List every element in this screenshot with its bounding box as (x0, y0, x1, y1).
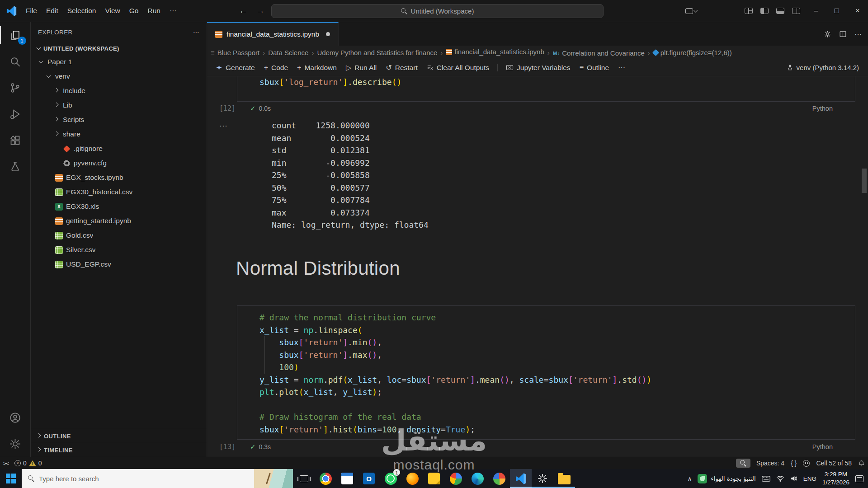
tree-item-paper-1[interactable]: Paper 1 (31, 55, 207, 69)
code-line[interactable] (259, 399, 855, 411)
taskbar-google-app[interactable] (445, 469, 467, 488)
taskbar-settings[interactable] (532, 469, 553, 488)
tree-item-egx30-xls[interactable]: XEGX30.xls (31, 199, 207, 214)
toggle-secondary-sidebar-icon[interactable] (792, 8, 800, 14)
tree-item-lib[interactable]: Lib (31, 98, 207, 113)
taskbar-edge[interactable] (467, 469, 488, 488)
editor-more-icon[interactable]: ⋯ (854, 30, 862, 38)
activity-extensions[interactable] (0, 127, 31, 153)
cell-code-editor[interactable]: # draw the normal distribution curvex_li… (237, 306, 855, 436)
menu-edit[interactable]: Edit (42, 5, 63, 17)
command-center-search[interactable]: Untitled (Workspace) (271, 4, 604, 18)
breadcrumb-item-0[interactable]: Blue Passport (217, 49, 259, 56)
settings-gear-icon[interactable] (0, 431, 31, 457)
tree-item-venv[interactable]: venv (31, 69, 207, 84)
code-line[interactable]: sbux['return'].max(), (259, 349, 855, 361)
tree-item-share[interactable]: share (31, 127, 207, 141)
toggle-panel-icon[interactable] (776, 8, 784, 14)
output-menu-icon[interactable]: ⋯ (219, 121, 227, 131)
outline-button[interactable]: ≡ Outline (576, 62, 613, 74)
activity-explorer[interactable]: 1 (0, 22, 31, 48)
clear-all-outputs-button[interactable]: Clear All Outputs (423, 62, 493, 74)
tree-item-silver-csv[interactable]: Silver.csv (31, 243, 207, 257)
code-line[interactable]: # draw the normal distribution curve (259, 311, 855, 324)
task-view-button[interactable] (293, 469, 315, 488)
taskbar-calendar[interactable] (336, 469, 358, 488)
taskbar-vscode[interactable] (510, 469, 532, 488)
copilot-status[interactable] (800, 457, 813, 469)
breadcrumb-item-1[interactable]: Data Science (268, 49, 308, 56)
activity-run-debug[interactable] (0, 101, 31, 127)
breadcrumb-list-icon[interactable]: ≡ (211, 49, 215, 56)
add-code-cell-button[interactable]: + Code (260, 62, 292, 74)
taskbar-file-explorer[interactable] (553, 469, 575, 488)
taskbar-outlook[interactable]: O (358, 469, 380, 488)
zoom-indicator[interactable] (736, 459, 750, 468)
cell-language-picker[interactable]: Python (812, 105, 833, 112)
search-highlight-image[interactable] (254, 469, 293, 488)
tree-item-include[interactable]: Include (31, 84, 207, 98)
code-line[interactable]: sbux['return'].min(), (259, 336, 855, 349)
timeline-section-header[interactable]: TIMELINE (31, 443, 207, 457)
workspace-root-row[interactable]: UNTITLED (WORKSPACE) (31, 42, 207, 55)
modified-dot-icon[interactable] (326, 32, 330, 36)
code-line[interactable]: 100) (259, 361, 855, 374)
start-button[interactable] (0, 469, 22, 488)
jupyter-variables-button[interactable]: Jupyter Variables (502, 62, 575, 74)
activity-search[interactable] (0, 48, 31, 75)
tree-item--gitignore[interactable]: .gitignore (31, 141, 207, 156)
close-button[interactable]: × (847, 0, 868, 22)
menu-go[interactable]: Go (125, 5, 143, 17)
touch-keyboard-icon[interactable] (762, 476, 770, 482)
taskbar-search[interactable]: Type here to search (22, 469, 293, 488)
tree-item-gold-csv[interactable]: Gold.csv (31, 228, 207, 243)
account-icon[interactable] (0, 404, 31, 431)
taskbar-firefox[interactable] (401, 469, 423, 488)
code-cell-13[interactable]: # draw the normal distribution curvex_li… (237, 305, 855, 440)
activity-testing[interactable] (0, 153, 31, 179)
indentation-indicator[interactable]: Spaces: 4 (753, 457, 788, 469)
maximize-button[interactable]: □ (826, 0, 847, 22)
cell-position-indicator[interactable]: Cell 52 of 58 (813, 457, 855, 469)
split-editor-icon[interactable] (839, 30, 847, 38)
editor-scrollbar[interactable] (862, 169, 867, 193)
add-markdown-cell-button[interactable]: + Markdown (293, 62, 341, 74)
language-indicator[interactable]: ENG (803, 475, 816, 482)
volume-icon[interactable] (790, 475, 797, 482)
outline-section-header[interactable]: OUTLINE (31, 429, 207, 443)
breadcrumb-item-3[interactable]: financial_data_statistics.ipynb (446, 48, 544, 56)
customize-layout-icon[interactable] (745, 8, 753, 14)
menu-more-button[interactable]: ⋯ (165, 5, 181, 17)
code-line[interactable]: y_list = norm.pdf(x_list, loc=sbux['retu… (259, 374, 855, 386)
activity-source-control[interactable] (0, 75, 31, 101)
tree-item-scripts[interactable]: Scripts (31, 113, 207, 127)
restart-kernel-button[interactable]: ↺ Restart (382, 62, 421, 74)
minimize-button[interactable]: – (806, 0, 826, 22)
tree-item-egx30-historical-csv[interactable]: EGX30_historical.csv (31, 185, 207, 199)
cell-language-picker[interactable]: Python (812, 443, 833, 450)
generate-button[interactable]: Generate (212, 62, 259, 74)
taskbar-clock[interactable]: 3:29 PM 1/27/2026 (822, 470, 849, 486)
tree-item-pyvenv-cfg[interactable]: pyvenv.cfg (31, 156, 207, 170)
notifications-bell[interactable] (855, 457, 868, 469)
run-all-button[interactable]: ▷ Run All (342, 62, 381, 74)
wifi-icon[interactable] (776, 475, 784, 482)
problems-indicator[interactable]: × 0 0 (11, 457, 45, 469)
breadcrumb-item-5[interactable]: plt.figure(figsize=(12,6)) (653, 49, 732, 56)
code-line[interactable]: plt.plot(x_list, y_list); (259, 386, 855, 399)
taskbar-photos[interactable] (488, 469, 510, 488)
breadcrumb-item-4[interactable]: M↓Correlation and Covariance (553, 49, 645, 57)
news-widget[interactable]: التنبؤ بجودة الهواء (698, 474, 755, 483)
menu-file[interactable]: File (21, 5, 42, 17)
tree-item-egx-stocks-ipynb[interactable]: EGX_stocks.ipynb (31, 170, 207, 185)
action-center-icon[interactable] (855, 475, 863, 482)
code-line[interactable]: # Draw histogram of the real data (259, 411, 855, 423)
forward-button[interactable]: → (253, 6, 268, 16)
taskbar-sticky-notes[interactable] (423, 469, 445, 488)
kernel-picker[interactable]: venv (Python 3.14.2) (787, 64, 859, 71)
menu-view[interactable]: View (100, 5, 124, 17)
brackets-indicator[interactable]: { } (788, 457, 800, 469)
cast-icon[interactable] (685, 8, 697, 14)
tree-item-usd-egp-csv[interactable]: USD_EGP.csv (31, 257, 207, 272)
tab-financial-data-statistics[interactable]: financial_data_statistics.ipynb (207, 22, 339, 46)
